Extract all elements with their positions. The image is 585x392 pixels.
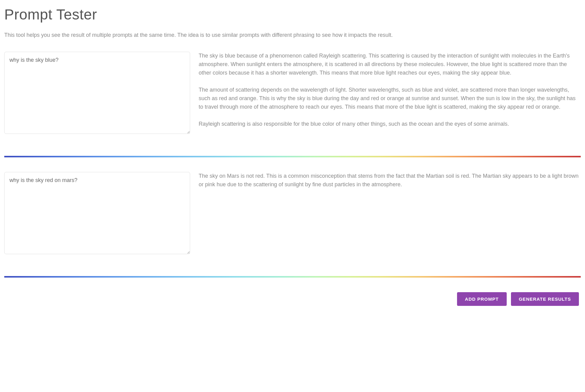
rainbow-divider — [4, 156, 581, 157]
result-paragraph: Rayleigh scattering is also responsible … — [199, 120, 581, 128]
page-description: This tool helps you see the result of mu… — [4, 31, 581, 39]
result-paragraph: The amount of scattering depends on the … — [199, 86, 581, 111]
page-title: Prompt Tester — [4, 6, 581, 23]
rainbow-divider — [4, 276, 581, 278]
prompt-input-column — [4, 172, 190, 255]
prompt-row: The sky on Mars is not red. This is a co… — [4, 172, 581, 255]
generate-results-button[interactable]: GENERATE RESULTS — [511, 292, 579, 306]
result-paragraph: The sky is blue because of a phenomenon … — [199, 52, 581, 77]
prompt-input[interactable] — [4, 172, 190, 254]
prompt-row: The sky is blue because of a phenomenon … — [4, 52, 581, 135]
add-prompt-button[interactable]: ADD PROMPT — [457, 292, 507, 306]
action-button-row: ADD PROMPT GENERATE RESULTS — [4, 292, 581, 306]
prompt-input[interactable] — [4, 52, 190, 134]
prompt-input-column — [4, 52, 190, 135]
prompt-result-column: The sky on Mars is not red. This is a co… — [199, 172, 581, 189]
prompt-result-column: The sky is blue because of a phenomenon … — [199, 52, 581, 128]
result-paragraph: The sky on Mars is not red. This is a co… — [199, 172, 581, 189]
